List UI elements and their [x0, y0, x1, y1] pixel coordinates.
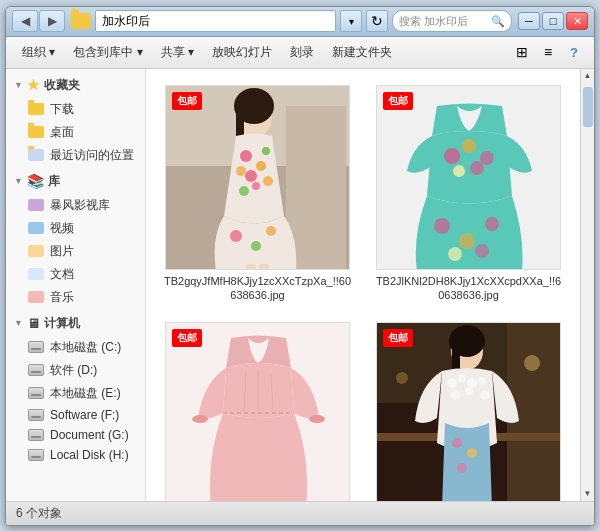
list-item[interactable]: 包邮 — [158, 81, 357, 307]
sidebar-item-drive-f[interactable]: Software (F:) — [6, 405, 145, 425]
sidebar-item-drive-d[interactable]: 软件 (D:) — [6, 359, 145, 382]
maximize-button[interactable]: □ — [542, 12, 564, 30]
sidebar-item-label: 桌面 — [50, 124, 74, 141]
sidebar-item-label: 暴风影视库 — [50, 197, 110, 214]
drive-icon — [28, 449, 44, 461]
sidebar-item-videos[interactable]: 视频 — [6, 217, 145, 240]
svg-point-27 — [459, 233, 475, 249]
svg-point-51 — [480, 390, 490, 400]
computer-header[interactable]: ▼ 🖥 计算机 — [6, 311, 145, 336]
list-item[interactable]: 包邮 — [369, 318, 568, 500]
library-header[interactable]: ▼ 📚 库 — [6, 169, 145, 194]
svg-point-8 — [245, 170, 257, 182]
window-controls: ─ □ ✕ — [518, 12, 588, 30]
chevron-down-icon: ▼ — [14, 80, 23, 90]
sidebar-item-label: Software (F:) — [50, 408, 119, 422]
sidebar-item-media[interactable]: 暴风影视库 — [6, 194, 145, 217]
sidebar-item-label: 最近访问的位置 — [50, 147, 134, 164]
image-3-svg — [166, 323, 350, 500]
drive-icon — [28, 341, 44, 353]
svg-rect-5 — [236, 104, 244, 139]
svg-point-10 — [236, 166, 246, 176]
minimize-button[interactable]: ─ — [518, 12, 540, 30]
svg-point-15 — [251, 241, 261, 251]
address-dropdown[interactable]: ▾ — [340, 10, 362, 32]
close-button[interactable]: ✕ — [566, 12, 588, 30]
sidebar-item-label: 图片 — [50, 243, 74, 260]
drive-icon — [28, 364, 44, 376]
titlebar: ◀ ▶ 加水印后 ▾ ↻ 搜索 加水印后 🔍 ─ □ ✕ — [6, 7, 594, 37]
folder-icon — [28, 103, 44, 115]
svg-point-21 — [444, 148, 460, 164]
file-grid: 包邮 — [154, 77, 572, 501]
scroll-thumb[interactable] — [583, 87, 593, 127]
sidebar-item-desktop[interactable]: 桌面 — [6, 121, 145, 144]
sidebar-item-drive-g[interactable]: Document (G:) — [6, 425, 145, 445]
address-bar[interactable]: 加水印后 — [95, 10, 336, 32]
sidebar-item-label: 音乐 — [50, 289, 74, 306]
search-icon: 🔍 — [491, 15, 505, 28]
scroll-up-arrow[interactable]: ▲ — [581, 69, 595, 83]
scroll-down-arrow[interactable]: ▼ — [581, 487, 595, 501]
favorites-section: ▼ ★ 收藏夹 下载 桌面 最近访问的位置 — [6, 73, 145, 167]
sidebar-item-label: 下载 — [50, 101, 74, 118]
view-help-button[interactable]: ? — [562, 40, 586, 64]
sidebar-item-downloads[interactable]: 下载 — [6, 98, 145, 121]
svg-point-13 — [263, 176, 273, 186]
forward-button[interactable]: ▶ — [39, 10, 65, 32]
share-button[interactable]: 共享 ▾ — [153, 40, 202, 64]
sidebar-item-recent[interactable]: 最近访问的位置 — [6, 144, 145, 167]
sidebar-item-drive-h[interactable]: Local Disk (H:) — [6, 445, 145, 465]
sidebar-item-documents[interactable]: 文档 — [6, 263, 145, 286]
statusbar: 6 个对象 — [6, 501, 594, 525]
sidebar-item-drive-c[interactable]: 本地磁盘 (C:) — [6, 336, 145, 359]
view-extra-button[interactable]: ⊞ — [510, 40, 534, 64]
view-list-button[interactable]: ≡ — [536, 40, 560, 64]
svg-point-28 — [485, 217, 499, 231]
list-item[interactable]: 包邮 — [369, 81, 568, 307]
svg-point-57 — [524, 355, 540, 371]
sidebar-item-pictures[interactable]: 图片 — [6, 240, 145, 263]
toolbar-right: ⊞ ≡ ? — [510, 40, 586, 64]
svg-point-24 — [453, 165, 465, 177]
favorites-header[interactable]: ▼ ★ 收藏夹 — [6, 73, 145, 98]
folder-icon — [71, 13, 91, 29]
sidebar-item-music[interactable]: 音乐 — [6, 286, 145, 309]
burn-button[interactable]: 刻录 — [282, 40, 322, 64]
sidebar-item-drive-e[interactable]: 本地磁盘 (E:) — [6, 382, 145, 405]
vertical-scrollbar[interactable]: ▲ ▼ — [580, 69, 594, 501]
explorer-window: ◀ ▶ 加水印后 ▾ ↻ 搜索 加水印后 🔍 ─ □ ✕ 组织 ▾ 包含到库中 … — [5, 6, 595, 526]
badge-4: 包邮 — [383, 329, 413, 347]
back-button[interactable]: ◀ — [12, 10, 38, 32]
svg-point-49 — [450, 390, 460, 400]
image-1-svg — [166, 86, 350, 270]
slideshow-button[interactable]: 放映幻灯片 — [204, 40, 280, 64]
sidebar-item-label: 本地磁盘 (E:) — [50, 385, 121, 402]
svg-point-22 — [462, 139, 476, 153]
library-button[interactable]: 包含到库中 ▾ — [65, 40, 150, 64]
address-text: 加水印后 — [102, 13, 150, 30]
badge-1: 包邮 — [172, 92, 202, 110]
computer-section: ▼ 🖥 计算机 本地磁盘 (C:) 软件 (D:) 本地磁盘 (E:) — [6, 311, 145, 465]
refresh-button[interactable]: ↻ — [366, 10, 388, 32]
list-item[interactable]: 包邮 — [158, 318, 357, 500]
svg-rect-44 — [452, 339, 460, 369]
filename-2: TB2JlKNl2DH8KJjy1XcXXcpdXXa_!!60638636.j… — [374, 274, 564, 303]
thumbnail-3: 包邮 — [165, 322, 350, 500]
thumbnail-2: 包邮 — [376, 85, 561, 270]
svg-point-16 — [266, 226, 276, 236]
filename-1: TB2gqyJfMfH8KJjy1zcXXcTzpXa_!!60638636.j… — [163, 274, 353, 303]
folder-icon — [28, 149, 44, 161]
svg-point-52 — [452, 438, 462, 448]
svg-point-58 — [396, 372, 408, 384]
svg-point-29 — [448, 247, 462, 261]
svg-point-12 — [239, 186, 249, 196]
organize-button[interactable]: 组织 ▾ — [14, 40, 63, 64]
main-area: ▼ ★ 收藏夹 下载 桌面 最近访问的位置 — [6, 69, 594, 501]
badge-3: 包邮 — [172, 329, 202, 347]
sidebar-item-label: 本地磁盘 (C:) — [50, 339, 121, 356]
search-bar[interactable]: 搜索 加水印后 🔍 — [392, 10, 512, 32]
new-folder-button[interactable]: 新建文件夹 — [324, 40, 400, 64]
library-section: ▼ 📚 库 暴风影视库 视频 图片 文档 — [6, 169, 145, 309]
svg-point-37 — [309, 415, 325, 423]
